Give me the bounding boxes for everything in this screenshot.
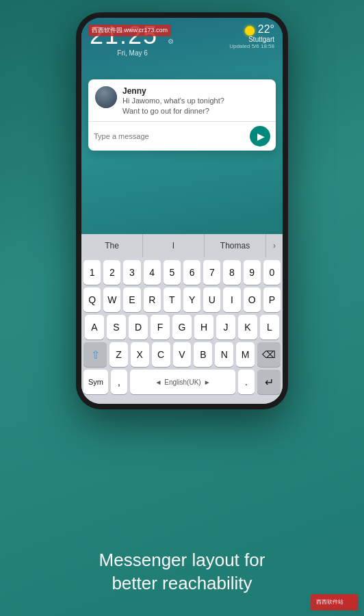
key-row-numbers: 1 2 3 4 5 6 7 8 9 0 <box>83 260 281 285</box>
key-t[interactable]: T <box>164 287 181 312</box>
bottom-text-line1: Messenger layout for <box>27 549 337 572</box>
bottom-text: Messenger layout for better reachability <box>0 549 364 595</box>
send-icon: ▶ <box>257 131 265 142</box>
send-button[interactable]: ▶ <box>250 126 270 146</box>
language-label: English(UK) <box>164 378 200 386</box>
key-b[interactable]: B <box>194 342 212 367</box>
keyboard-area: The I Thomas › 1 2 3 4 5 6 7 <box>81 234 283 404</box>
key-r[interactable]: R <box>144 287 161 312</box>
key-n[interactable]: N <box>215 342 233 367</box>
notification-content: Jenny Hi Jawomo, what's up tonight? Want… <box>122 86 269 117</box>
key-3[interactable]: 3 <box>123 260 140 285</box>
sun-icon <box>245 26 255 36</box>
message-input[interactable] <box>94 132 244 140</box>
weather-city: Stuttgart <box>229 36 274 43</box>
key-9[interactable]: 9 <box>244 260 261 285</box>
more-suggestions-icon[interactable]: › <box>266 241 283 251</box>
lock-screen: 西西软件园 www.cr173.com 21:25 ⚙ Fri, May 6 2… <box>81 18 283 404</box>
key-l[interactable]: L <box>260 315 279 339</box>
key-f[interactable]: F <box>151 315 170 339</box>
phone-inner: 西西软件园 www.cr173.com 21:25 ⚙ Fri, May 6 2… <box>81 18 283 404</box>
key-2[interactable]: 2 <box>103 260 120 285</box>
svg-text:西西软件站: 西西软件站 <box>316 599 343 605</box>
key-c[interactable]: C <box>152 342 170 367</box>
key-k[interactable]: K <box>238 315 257 339</box>
key-p[interactable]: P <box>263 287 281 312</box>
keyboard-bottom-bar <box>81 398 283 404</box>
key-x[interactable]: X <box>131 342 149 367</box>
suggestion-thomas[interactable]: Thomas <box>205 234 266 257</box>
phone-frame: 西西软件园 www.cr173.com 21:25 ⚙ Fri, May 6 2… <box>76 12 288 409</box>
notification-header: Jenny Hi Jawomo, what's up tonight? Want… <box>88 79 276 121</box>
key-j[interactable]: J <box>216 315 235 339</box>
suggestions-bar: The I Thomas › <box>81 234 283 257</box>
key-z[interactable]: Z <box>109 342 128 367</box>
key-o[interactable]: O <box>244 287 261 312</box>
period-key[interactable]: . <box>238 370 255 394</box>
backspace-key[interactable]: ⌫ <box>257 342 281 367</box>
keyboard: 1 2 3 4 5 6 7 8 9 0 Q W <box>81 257 283 398</box>
message-input-area[interactable]: ▶ <box>88 121 276 151</box>
key-5[interactable]: 5 <box>164 260 181 285</box>
weather-temp: 22° <box>258 23 274 35</box>
watermark: 西西软件园 www.cr173.com <box>88 25 171 36</box>
suggestion-the[interactable]: The <box>81 234 143 257</box>
logo-image: 西西软件站 <box>314 595 355 608</box>
key-s[interactable]: S <box>107 315 126 339</box>
bottom-logo: 西西软件站 <box>311 594 359 611</box>
shift-key[interactable]: ⇧ <box>83 342 107 367</box>
key-w[interactable]: W <box>103 287 120 312</box>
avatar <box>95 86 117 108</box>
notification-message-line1: Hi Jawomo, what's up tonight? <box>122 96 269 106</box>
weather-block: 22° Stuttgart Updated 5/6 18:58 <box>229 23 274 49</box>
key-1[interactable]: 1 <box>83 260 101 285</box>
enter-key[interactable]: ↵ <box>257 370 281 394</box>
key-row-qwerty: Q W E R T Y U I O P <box>83 287 281 312</box>
key-i[interactable]: I <box>223 287 240 312</box>
status-bar: 21:25 ⚙ Fri, May 6 22° Stuttgart Updated… <box>81 18 283 57</box>
space-key[interactable]: ◄ English(UK) ► <box>130 370 235 394</box>
key-q[interactable]: Q <box>83 287 101 312</box>
comma-key[interactable]: , <box>111 370 127 394</box>
gear-icon: ⚙ <box>168 38 175 45</box>
key-g[interactable]: G <box>172 315 192 339</box>
key-0[interactable]: 0 <box>263 260 281 285</box>
key-v[interactable]: V <box>173 342 192 367</box>
right-arrow-icon: ► <box>204 378 211 386</box>
weather-updated: Updated 5/6 18:58 <box>229 43 274 49</box>
key-6[interactable]: 6 <box>183 260 200 285</box>
notification-sender: Jenny <box>122 86 269 96</box>
date-display: Fri, May 6 <box>90 49 175 57</box>
left-arrow-icon: ◄ <box>155 378 161 386</box>
shift-icon: ⇧ <box>91 348 100 361</box>
key-4[interactable]: 4 <box>144 260 161 285</box>
key-h[interactable]: H <box>194 315 213 339</box>
key-7[interactable]: 7 <box>203 260 220 285</box>
notification-card: Jenny Hi Jawomo, what's up tonight? Want… <box>88 79 276 151</box>
sym-key[interactable]: Sym <box>83 370 108 394</box>
key-y[interactable]: Y <box>183 287 200 312</box>
key-d[interactable]: D <box>129 315 148 339</box>
key-row-zxcv: ⇧ Z X C V B N M ⌫ <box>83 342 281 367</box>
key-row-asdf: A S D F G H J K L <box>83 315 281 339</box>
key-8[interactable]: 8 <box>223 260 240 285</box>
suggestion-i[interactable]: I <box>143 234 205 257</box>
weather-temp-row: 22° <box>229 23 274 36</box>
key-u[interactable]: U <box>203 287 220 312</box>
avatar-image <box>95 86 117 108</box>
key-row-bottom: Sym , ◄ English(UK) ► . ↵ <box>83 370 281 394</box>
key-e[interactable]: E <box>123 287 140 312</box>
bottom-text-line2: better reachability <box>27 572 337 595</box>
notification-message-line2: Want to go out for dinner? <box>122 106 269 116</box>
key-m[interactable]: M <box>236 342 255 367</box>
key-a[interactable]: A <box>85 315 104 339</box>
